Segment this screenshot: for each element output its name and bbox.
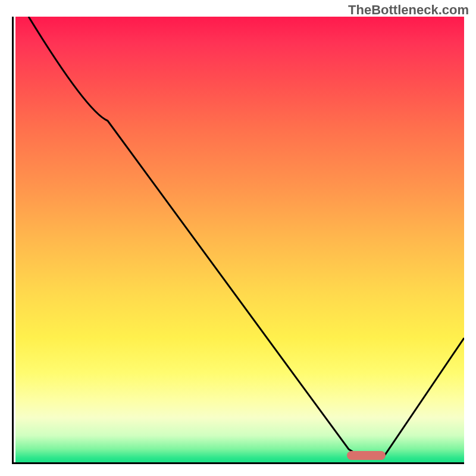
chart-container: TheBottleneck.com	[0, 0, 476, 476]
chart-plot-area	[12, 17, 464, 464]
watermark-text: TheBottleneck.com	[348, 2, 469, 18]
curve-svg	[15, 17, 464, 462]
bottleneck-curve	[29, 17, 464, 456]
optimal-marker	[347, 451, 386, 460]
